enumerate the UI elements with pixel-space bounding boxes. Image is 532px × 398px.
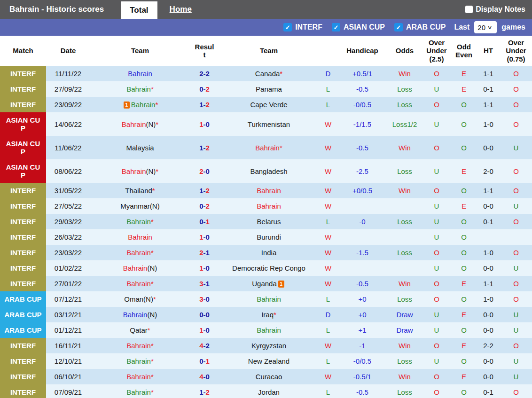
away-team: Turkmenistan: [248, 120, 290, 128]
match-date: 08/06/22: [46, 159, 90, 183]
team-name: Thailand: [125, 187, 152, 195]
competition-badge: INTERF: [0, 229, 46, 245]
odd-even-result: O: [451, 322, 477, 338]
filter-arab-cup[interactable]: ✓ ARAB CUP: [394, 23, 446, 31]
away-team-cell: Uganda1: [219, 276, 319, 291]
handicap-odds-result: Win: [387, 369, 422, 384]
away-team: India: [261, 249, 277, 257]
red-card-icon: 1: [124, 101, 130, 109]
result-score: 4-2: [190, 338, 219, 353]
column-header-match: Match: [0, 36, 46, 66]
handicap-value: -0.5: [337, 276, 387, 291]
column-header-over-under-075: Over Under (0.75): [500, 36, 532, 66]
over-under-25-result: O: [422, 97, 451, 112]
table-row: INTERF27/01/22Bahrain*3-1Uganda1W-0.5Win…: [0, 276, 532, 291]
away-team: New Zealand: [248, 357, 289, 365]
away-score: 1: [206, 249, 210, 257]
home-score: 0: [199, 311, 203, 319]
over-under-075-result: O: [500, 159, 532, 183]
games-count-select[interactable]: 20 ∨: [474, 21, 497, 33]
win-draw-loss-letter: W: [319, 276, 337, 291]
competition-label: INTERF: [10, 264, 36, 272]
result-score: 1-0: [190, 322, 219, 338]
away-team: Bahrain: [257, 202, 281, 210]
handicap-value: [337, 260, 387, 276]
competition-badge: ASIAN CUP: [0, 136, 46, 159]
away-team-cell: Iraq*: [219, 307, 319, 322]
match-date: 26/03/22: [46, 229, 90, 245]
over-under-075-result: O: [500, 112, 532, 136]
away-team: Bahrain: [257, 187, 281, 195]
table-row: INTERF31/05/22Thailand*1-2BahrainW+0/0.5…: [0, 183, 532, 198]
result-score: 1-0: [190, 260, 219, 276]
half-time-score: 0-0: [477, 307, 500, 322]
competition-badge: ARAB CUP: [0, 291, 46, 307]
odd-even-result: E: [451, 307, 477, 322]
result-score: 4-0: [190, 369, 219, 384]
result-score: 1-2: [190, 97, 219, 112]
home-team-cell: Bahrain*: [90, 384, 190, 398]
tab-home[interactable]: Home: [170, 0, 192, 19]
half-time-score: 1-1: [477, 97, 500, 112]
half-time-score: 0-0: [477, 322, 500, 338]
handicap-odds-result: Win: [387, 136, 422, 159]
home-team: Bahrain*: [126, 85, 154, 93]
over-under-075-result: O: [500, 66, 532, 81]
half-time-score: 0-0: [477, 198, 500, 214]
home-score: 0: [199, 85, 203, 93]
team-name: New Zealand: [248, 357, 289, 365]
interf-checkbox-check-icon[interactable]: ✓: [283, 23, 292, 31]
table-row: INTERF11/11/22Bahrain2-2Canada*D+0.5/1Wi…: [0, 66, 532, 81]
away-score: 0: [206, 326, 210, 334]
half-time-score: 2-2: [477, 338, 500, 353]
handicap-odds-result: Win: [387, 183, 422, 198]
filter-interf[interactable]: ✓ INTERF: [283, 23, 322, 31]
historic-scores-panel: Bahrain - Historic scores Total Home Dis…: [0, 0, 532, 398]
tab-total[interactable]: Total: [121, 1, 157, 19]
result-score: 2-2: [190, 66, 219, 81]
half-time-score: 1-0: [477, 112, 500, 136]
handicap-value: -0.5: [337, 136, 387, 159]
away-team-cell: Canada*: [219, 66, 319, 81]
away-score: 2: [206, 144, 210, 152]
away-team: Jordan: [258, 388, 280, 396]
competition-badge: INTERF: [0, 198, 46, 214]
filter-asian-cup[interactable]: ✓ ASIAN CUP: [332, 23, 385, 31]
win-draw-loss-letter: W: [319, 338, 337, 353]
match-date: 23/09/22: [46, 97, 90, 112]
home-team: Bahrain*: [126, 280, 154, 288]
table-row: INTERF29/03/22Bahrain*0-1BelarusL-0LossU…: [0, 214, 532, 229]
display-notes-checkbox[interactable]: [465, 6, 473, 13]
home-team: Bahrain*: [126, 388, 154, 396]
competition-label: ASIAN CUP: [4, 116, 42, 133]
arab-cup-checkbox-check-icon[interactable]: ✓: [394, 23, 403, 31]
competition-label: INTERF: [10, 218, 36, 226]
match-date: 27/09/22: [46, 81, 90, 97]
home-team-cell: Bahrain*: [90, 369, 190, 384]
asian-cup-checkbox-check-icon[interactable]: ✓: [332, 23, 340, 31]
table-row: INTERF07/09/21Bahrain*1-2JordanL-0.5Loss…: [0, 384, 532, 398]
home-score: 1: [199, 264, 203, 272]
competition-label: ARAB CUP: [4, 311, 41, 319]
home-team-cell: Bahrain*: [90, 338, 190, 353]
away-team: Belarus: [257, 218, 281, 226]
handicap-odds-result: Loss: [387, 291, 422, 307]
home-advantage-star: *: [151, 357, 154, 365]
over-under-075-result: O: [500, 384, 532, 398]
over-under-075-result: O: [500, 245, 532, 260]
away-score: 0: [206, 264, 210, 272]
interf-checkbox-label: INTERF: [295, 23, 322, 31]
team-name: Bangladesh: [250, 167, 287, 175]
home-score: 4: [199, 342, 203, 350]
column-header-date: Date: [46, 36, 90, 66]
over-under-25-result: U: [422, 322, 451, 338]
result-score: 1-0: [190, 229, 219, 245]
match-date: 07/09/21: [46, 384, 90, 398]
home-advantage-star: *: [153, 295, 156, 303]
away-team: Burundi: [257, 233, 281, 241]
over-under-075-result: O: [500, 214, 532, 229]
away-team: Curacao: [256, 373, 282, 381]
away-team-cell: Panama: [219, 81, 319, 97]
team-name: Burundi: [257, 233, 281, 241]
odd-even-result: E: [451, 338, 477, 353]
